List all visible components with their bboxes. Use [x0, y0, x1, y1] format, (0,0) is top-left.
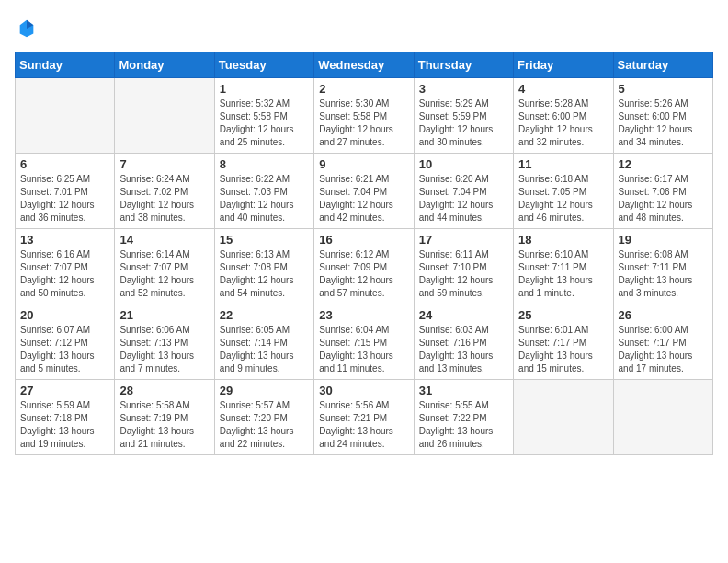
calendar-cell: 19Sunrise: 6:08 AMSunset: 7:11 PMDayligh… [613, 228, 712, 304]
day-number: 19 [619, 233, 708, 247]
day-info: Sunrise: 6:00 AMSunset: 7:17 PMDaylight:… [619, 324, 708, 375]
calendar-cell: 15Sunrise: 6:13 AMSunset: 7:08 PMDayligh… [214, 228, 313, 304]
calendar-week-row: 20Sunrise: 6:07 AMSunset: 7:12 PMDayligh… [16, 304, 713, 379]
day-info: Sunrise: 5:32 AMSunset: 5:58 PMDaylight:… [220, 98, 309, 149]
day-header-friday: Friday [514, 52, 613, 77]
calendar-cell: 12Sunrise: 6:17 AMSunset: 7:06 PMDayligh… [613, 153, 712, 228]
day-info: Sunrise: 6:06 AMSunset: 7:13 PMDaylight:… [119, 324, 209, 375]
calendar-cell: 29Sunrise: 5:57 AMSunset: 7:20 PMDayligh… [214, 379, 313, 454]
day-number: 1 [220, 82, 309, 96]
calendar-cell: 28Sunrise: 5:58 AMSunset: 7:19 PMDayligh… [115, 379, 214, 454]
day-number: 29 [220, 384, 309, 397]
day-number: 31 [419, 384, 508, 397]
calendar-cell: 23Sunrise: 6:04 AMSunset: 7:15 PMDayligh… [314, 304, 414, 379]
day-info: Sunrise: 6:05 AMSunset: 7:14 PMDaylight:… [220, 324, 309, 375]
day-number: 26 [619, 308, 708, 322]
day-info: Sunrise: 6:21 AMSunset: 7:04 PMDaylight:… [319, 173, 408, 224]
day-number: 22 [220, 308, 309, 322]
day-info: Sunrise: 5:56 AMSunset: 7:21 PMDaylight:… [319, 399, 408, 451]
calendar-cell: 30Sunrise: 5:56 AMSunset: 7:21 PMDayligh… [314, 379, 414, 454]
day-info: Sunrise: 6:01 AMSunset: 7:17 PMDaylight:… [518, 324, 608, 375]
calendar-cell: 17Sunrise: 6:11 AMSunset: 7:10 PMDayligh… [414, 228, 513, 304]
day-info: Sunrise: 6:18 AMSunset: 7:05 PMDaylight:… [518, 173, 608, 224]
calendar-week-row: 6Sunrise: 6:25 AMSunset: 7:01 PMDaylight… [16, 153, 713, 228]
day-info: Sunrise: 6:12 AMSunset: 7:09 PMDaylight:… [319, 248, 408, 300]
calendar-table: SundayMondayTuesdayWednesdayThursdayFrid… [15, 52, 713, 455]
day-number: 15 [220, 233, 309, 247]
day-info: Sunrise: 6:14 AMSunset: 7:07 PMDaylight:… [119, 248, 209, 300]
day-info: Sunrise: 6:17 AMSunset: 7:06 PMDaylight:… [619, 173, 708, 224]
day-number: 28 [119, 384, 209, 397]
calendar-cell: 1Sunrise: 5:32 AMSunset: 5:58 PMDaylight… [214, 77, 313, 153]
calendar-cell [16, 77, 115, 153]
calendar-cell: 25Sunrise: 6:01 AMSunset: 7:17 PMDayligh… [514, 304, 613, 379]
day-header-sunday: Sunday [16, 52, 115, 77]
day-number: 7 [119, 157, 209, 171]
day-info: Sunrise: 5:26 AMSunset: 6:00 PMDaylight:… [619, 98, 708, 149]
day-info: Sunrise: 5:55 AMSunset: 7:22 PMDaylight:… [419, 399, 508, 451]
calendar-cell: 16Sunrise: 6:12 AMSunset: 7:09 PMDayligh… [314, 228, 414, 304]
calendar-cell: 10Sunrise: 6:20 AMSunset: 7:04 PMDayligh… [414, 153, 513, 228]
calendar-cell [613, 379, 712, 454]
calendar-cell [115, 77, 214, 153]
calendar-cell [514, 379, 613, 454]
day-number: 6 [20, 157, 109, 171]
day-header-saturday: Saturday [613, 52, 712, 77]
day-number: 18 [518, 233, 608, 247]
day-info: Sunrise: 5:30 AMSunset: 5:58 PMDaylight:… [319, 98, 408, 149]
day-info: Sunrise: 5:57 AMSunset: 7:20 PMDaylight:… [220, 399, 309, 451]
day-info: Sunrise: 6:11 AMSunset: 7:10 PMDaylight:… [419, 248, 508, 300]
calendar-cell: 24Sunrise: 6:03 AMSunset: 7:16 PMDayligh… [414, 304, 513, 379]
day-number: 16 [319, 233, 408, 247]
day-number: 3 [419, 82, 508, 96]
day-info: Sunrise: 6:24 AMSunset: 7:02 PMDaylight:… [119, 173, 209, 224]
calendar-week-row: 13Sunrise: 6:16 AMSunset: 7:07 PMDayligh… [16, 228, 713, 304]
day-number: 9 [319, 157, 408, 171]
page-header [15, 15, 713, 44]
day-header-monday: Monday [115, 52, 214, 77]
calendar-cell: 31Sunrise: 5:55 AMSunset: 7:22 PMDayligh… [414, 379, 513, 454]
day-info: Sunrise: 6:03 AMSunset: 7:16 PMDaylight:… [419, 324, 508, 375]
day-number: 20 [20, 308, 109, 322]
day-info: Sunrise: 5:29 AMSunset: 5:59 PMDaylight:… [419, 98, 508, 149]
calendar-cell: 26Sunrise: 6:00 AMSunset: 7:17 PMDayligh… [613, 304, 712, 379]
day-number: 13 [20, 233, 109, 247]
day-header-thursday: Thursday [414, 52, 513, 77]
calendar-cell: 5Sunrise: 5:26 AMSunset: 6:00 PMDaylight… [613, 77, 712, 153]
calendar-cell: 2Sunrise: 5:30 AMSunset: 5:58 PMDaylight… [314, 77, 414, 153]
day-info: Sunrise: 6:20 AMSunset: 7:04 PMDaylight:… [419, 173, 508, 224]
day-info: Sunrise: 6:10 AMSunset: 7:11 PMDaylight:… [518, 248, 608, 300]
day-info: Sunrise: 6:08 AMSunset: 7:11 PMDaylight:… [619, 248, 708, 300]
calendar-cell: 13Sunrise: 6:16 AMSunset: 7:07 PMDayligh… [16, 228, 115, 304]
calendar-cell: 11Sunrise: 6:18 AMSunset: 7:05 PMDayligh… [514, 153, 613, 228]
day-number: 10 [419, 157, 508, 171]
day-info: Sunrise: 6:22 AMSunset: 7:03 PMDaylight:… [220, 173, 309, 224]
logo-icon [17, 18, 37, 39]
calendar-cell: 7Sunrise: 6:24 AMSunset: 7:02 PMDaylight… [115, 153, 214, 228]
day-number: 24 [419, 308, 508, 322]
day-number: 12 [619, 157, 708, 171]
day-number: 14 [119, 233, 209, 247]
day-info: Sunrise: 5:28 AMSunset: 6:00 PMDaylight:… [518, 98, 608, 149]
day-number: 2 [319, 82, 408, 96]
calendar-cell: 4Sunrise: 5:28 AMSunset: 6:00 PMDaylight… [514, 77, 613, 153]
calendar-cell: 27Sunrise: 5:59 AMSunset: 7:18 PMDayligh… [16, 379, 115, 454]
day-number: 23 [319, 308, 408, 322]
logo [15, 18, 37, 44]
day-number: 17 [419, 233, 508, 247]
calendar-cell: 20Sunrise: 6:07 AMSunset: 7:12 PMDayligh… [16, 304, 115, 379]
calendar-cell: 18Sunrise: 6:10 AMSunset: 7:11 PMDayligh… [514, 228, 613, 304]
day-info: Sunrise: 6:07 AMSunset: 7:12 PMDaylight:… [20, 324, 109, 375]
day-info: Sunrise: 5:59 AMSunset: 7:18 PMDaylight:… [20, 399, 109, 451]
day-info: Sunrise: 6:25 AMSunset: 7:01 PMDaylight:… [20, 173, 109, 224]
calendar-cell: 9Sunrise: 6:21 AMSunset: 7:04 PMDaylight… [314, 153, 414, 228]
calendar-cell: 8Sunrise: 6:22 AMSunset: 7:03 PMDaylight… [214, 153, 313, 228]
calendar-cell: 22Sunrise: 6:05 AMSunset: 7:14 PMDayligh… [214, 304, 313, 379]
day-info: Sunrise: 6:16 AMSunset: 7:07 PMDaylight:… [20, 248, 109, 300]
calendar-cell: 6Sunrise: 6:25 AMSunset: 7:01 PMDaylight… [16, 153, 115, 228]
day-number: 25 [518, 308, 608, 322]
day-header-tuesday: Tuesday [214, 52, 313, 77]
day-info: Sunrise: 5:58 AMSunset: 7:19 PMDaylight:… [119, 399, 209, 451]
day-number: 21 [119, 308, 209, 322]
calendar-cell: 21Sunrise: 6:06 AMSunset: 7:13 PMDayligh… [115, 304, 214, 379]
